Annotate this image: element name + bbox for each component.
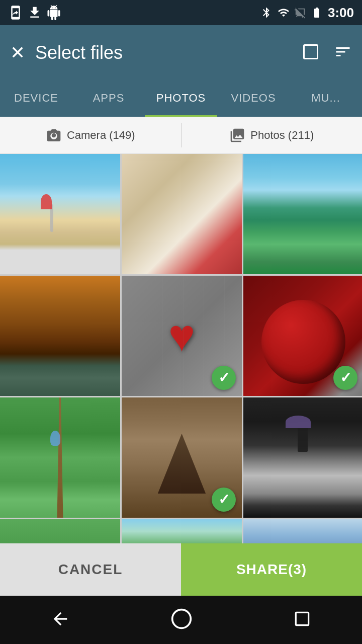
tab-apps[interactable]: APPS [72, 80, 145, 117]
svg-point-1 [172, 610, 191, 628]
share-button[interactable]: SHARE(3) [181, 543, 362, 596]
android-icon [46, 5, 61, 20]
signal-icon [295, 7, 306, 19]
back-icon [50, 609, 70, 629]
home-button[interactable] [170, 608, 193, 632]
photo-grid: ♥ ✓ ✓ [0, 154, 362, 543]
screenshot-icon [8, 5, 23, 20]
bluetooth-icon [260, 6, 273, 20]
camera-album-button[interactable]: Camera (149) [0, 117, 181, 153]
photo-5-selected-indicator: ✓ [212, 366, 236, 390]
svg-rect-0 [304, 45, 318, 59]
back-button[interactable] [50, 609, 70, 631]
photo-6-red-ball[interactable]: ✓ [243, 276, 362, 396]
page-title: Select files [35, 42, 292, 63]
photo-grid-wrapper: ♥ ✓ ✓ [0, 154, 362, 543]
cancel-button[interactable]: CANCEL [0, 543, 181, 596]
svg-rect-2 [296, 612, 309, 625]
photo-12-winter-trees[interactable] [243, 519, 362, 543]
clock: 3:00 [328, 5, 354, 21]
app-bar: ✕ Select files [0, 25, 362, 80]
main-content: ✕ Select files DEVICE APPS PHOTOS [0, 25, 362, 596]
photo-3-mountain-lake[interactable] [243, 154, 362, 274]
tab-bar: DEVICE APPS PHOTOS VIDEOS MU... [0, 80, 362, 117]
close-button[interactable]: ✕ [10, 42, 25, 63]
battery-icon [310, 7, 324, 19]
tab-music[interactable]: MU... [290, 80, 362, 117]
tab-device[interactable]: DEVICE [0, 80, 72, 117]
photo-8-sepia[interactable]: ✓ [122, 397, 242, 518]
photo-5-heart[interactable]: ♥ ✓ [122, 276, 242, 396]
bottom-nav [0, 596, 362, 644]
photo-4-desert-mountain[interactable] [0, 276, 120, 396]
recents-button[interactable] [293, 609, 312, 630]
camera-icon [46, 127, 62, 143]
photo-7-path[interactable] [0, 397, 120, 518]
action-bar: CANCEL SHARE(3) [0, 543, 362, 596]
photo-6-selected-indicator: ✓ [333, 366, 357, 390]
tab-photos[interactable]: PHOTOS [145, 80, 217, 117]
status-bar-left-icons [8, 5, 61, 20]
photos-icon [229, 127, 245, 143]
status-bar-right-icons: 3:00 [260, 5, 354, 21]
home-icon [170, 608, 193, 630]
photo-9-woman-umbrella[interactable] [243, 397, 362, 518]
photo-8-selected-indicator: ✓ [212, 488, 236, 512]
album-strip: Camera (149) Photos (211) [0, 117, 362, 154]
photos-album-label: Photos (211) [250, 129, 314, 142]
select-all-button[interactable] [302, 43, 320, 63]
photo-11-park[interactable] [122, 519, 242, 543]
photo-2-cat[interactable] [122, 154, 242, 274]
photo-10-grass[interactable] [0, 519, 120, 543]
sort-filter-button[interactable] [334, 43, 352, 63]
camera-album-label: Camera (149) [67, 129, 135, 142]
photo-1-beach[interactable] [0, 154, 120, 274]
download-icon [27, 5, 42, 20]
photo-grid-scroll[interactable]: ♥ ✓ ✓ [0, 154, 362, 543]
tab-videos[interactable]: VIDEOS [217, 80, 290, 117]
wifi-icon [277, 7, 291, 19]
photos-album-button[interactable]: Photos (211) [182, 117, 363, 153]
app-bar-actions [302, 43, 352, 63]
recents-icon [293, 609, 312, 628]
status-bar: 3:00 [0, 0, 362, 25]
